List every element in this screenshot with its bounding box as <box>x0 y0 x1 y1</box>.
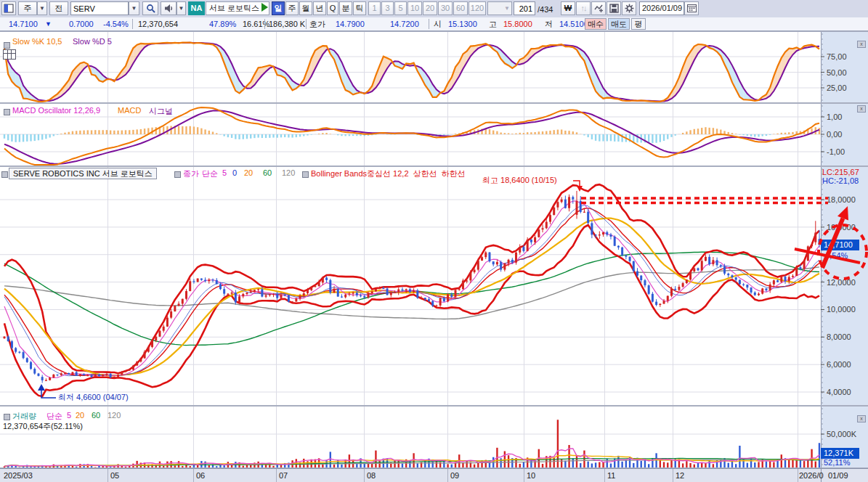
symbol-input[interactable] <box>70 1 129 15</box>
calendar-button[interactable] <box>684 1 699 15</box>
add-chart-button[interactable] <box>591 1 606 15</box>
separator <box>306 19 307 29</box>
transfer-button[interactable]: ↑↓ <box>576 1 591 15</box>
tab-monthly[interactable]: 월 <box>299 1 312 15</box>
last-price: 14.7100 <box>9 17 38 30</box>
volume-ma-type: 단순 <box>46 411 62 422</box>
tab-yearly[interactable]: 년 <box>313 1 326 15</box>
volume-ma120: 120 <box>108 411 121 420</box>
interval-combo[interactable]: ▼ <box>487 1 512 15</box>
indicator-bullet-icon[interactable] <box>174 171 181 178</box>
indicator-bullet-icon[interactable] <box>1 171 8 178</box>
close-ma-label: 종가 <box>183 168 199 179</box>
interval-120[interactable]: 120 <box>469 1 486 15</box>
interval-1[interactable]: 1 <box>368 1 381 15</box>
settings-button[interactable] <box>622 1 636 15</box>
stoch-d-label: Slow %D 5 <box>73 37 112 46</box>
symbol-title-box: SERVE ROBOTICS INC 서브 로보틱스 <box>9 168 157 179</box>
interval-5[interactable]: 5 <box>394 1 407 15</box>
interval-10[interactable]: 10 <box>407 1 422 15</box>
tab-weekly[interactable]: 주 <box>285 1 299 15</box>
time-axis-tick <box>524 469 524 482</box>
grid-tool-icon[interactable] <box>3 49 16 60</box>
separator <box>429 19 429 29</box>
indicator-bullet-icon[interactable] <box>4 109 10 115</box>
search-icon <box>146 4 155 13</box>
ma60-label: 60 <box>263 168 272 177</box>
indicator-bullet-icon[interactable] <box>4 42 10 49</box>
speaker-icon <box>164 4 174 13</box>
down-arrow-icon: ▼ <box>45 17 52 30</box>
bar-index-input[interactable] <box>514 1 535 15</box>
svg-text:1,00: 1,00 <box>827 113 842 121</box>
window-icon[interactable] <box>1 1 16 15</box>
time-axis-label: 07 <box>279 471 288 480</box>
macd-signal-label: 시그널 <box>149 106 173 117</box>
sound-dropdown-icon[interactable]: ▼ <box>177 1 186 15</box>
indicator-bullet-icon[interactable] <box>4 414 10 420</box>
top-toolbar: 주 ▼ 전 ▼ ▼ NA 서브 로보틱스 일 주 월 년 Q 분 틱 1 3 5… <box>0 0 868 18</box>
date-field[interactable]: 2026/01/09 <box>639 1 684 15</box>
stochastic-panel: 75,0050,0025,00 <box>0 31 868 103</box>
svg-text:50,00: 50,00 <box>827 68 847 77</box>
time-axis-label: 06 <box>196 471 205 480</box>
period-low-annotation: 최저 4,6600 (04/07) <box>58 392 129 403</box>
save-button[interactable] <box>607 1 621 15</box>
low-price: 14.5100 <box>559 17 588 30</box>
tab-tick[interactable]: 틱 <box>353 1 366 15</box>
hc-label: HC:-21,08 <box>822 176 859 185</box>
panel-resize-icon[interactable]: x <box>857 415 866 422</box>
low-label: 저 <box>545 17 553 30</box>
panel-resize-icon[interactable]: x <box>857 105 866 113</box>
interval-20[interactable]: 20 <box>423 1 437 15</box>
svg-text:10,0000: 10,0000 <box>827 305 856 314</box>
stoch-k-label: Slow %K 10,5 <box>12 37 62 46</box>
tab-daily[interactable]: 일 <box>272 1 285 15</box>
volume-value: 12,370,654 <box>138 17 178 30</box>
time-axis-tick <box>276 469 277 482</box>
interval-3[interactable]: 3 <box>381 1 394 15</box>
gear-icon <box>625 4 634 13</box>
buy-button[interactable]: 매수 <box>585 18 607 30</box>
period-preset-dropdown-icon[interactable]: ▼ <box>37 1 47 15</box>
ma20-label: 20 <box>244 168 253 177</box>
time-axis-tick <box>364 469 365 482</box>
time-axis-label: 10 <box>527 471 535 480</box>
volume-ma20: 20 <box>76 411 84 420</box>
panel-resize-icon[interactable]: x <box>857 41 866 48</box>
currency-button[interactable]: ₩ <box>561 1 575 15</box>
bollinger-label: Bollinger Bands중심선 12,2 상한선 하한선 <box>311 168 466 179</box>
sound-button[interactable] <box>161 1 177 15</box>
period-preset-button[interactable]: 주 <box>18 1 37 15</box>
time-axis-label: 08 <box>367 471 376 480</box>
search-button[interactable] <box>142 1 158 15</box>
lc-label: LC:215,67 <box>822 168 859 176</box>
price-panel: 18,000016,000012,000010,00008,00006,0000… <box>0 166 868 406</box>
high-price: 15.8000 <box>503 17 532 30</box>
ma10-label: 0 <box>232 168 237 177</box>
quote-bar: 14.7100 ▼ 0.7000 -4.54% 12,370,654 47.89… <box>0 17 868 31</box>
market-badge: NA <box>188 1 205 15</box>
high-label: 고 <box>489 17 497 30</box>
time-axis-label: 2025/03 <box>4 471 33 480</box>
interval-60[interactable]: 60 <box>453 1 468 15</box>
sell-button[interactable]: 매도 <box>608 18 630 30</box>
prev-button[interactable]: 전 <box>49 1 68 15</box>
interval-30[interactable]: 30 <box>438 1 453 15</box>
symbol-dropdown-icon[interactable]: ▼ <box>129 1 139 15</box>
svg-text:6,0000: 6,0000 <box>827 360 851 369</box>
time-axis[interactable]: 01/09 2025/0305060708091011122026/0 <box>0 468 868 482</box>
open-label: 시 <box>434 17 442 30</box>
tab-minute[interactable]: 분 <box>339 1 352 15</box>
volume-pct-label: 52,11% <box>824 458 851 467</box>
time-axis-label: 2026/0 <box>799 471 824 480</box>
period-high-annotation: 최고 18,6400 (10/15) <box>482 175 557 186</box>
indicator-bullet-icon[interactable] <box>302 171 309 178</box>
trade-value: 186,380 K <box>269 17 305 30</box>
price-change: 0.7000 <box>69 17 94 30</box>
hoga-label: 호가 <box>309 17 325 30</box>
time-axis-label: 05 <box>110 471 119 480</box>
avg-button[interactable]: 평 <box>631 18 646 30</box>
tab-quarter[interactable]: Q <box>327 1 338 15</box>
svg-text:50,000K: 50,000K <box>827 430 857 438</box>
